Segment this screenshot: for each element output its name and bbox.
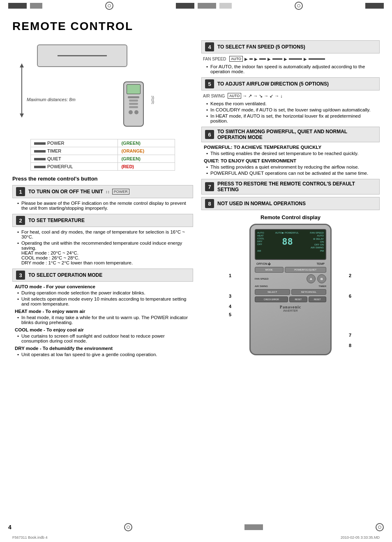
- check-error-button[interactable]: CHECK ERROR: [255, 296, 288, 302]
- section-3-header: 3 TO SELECT OPERATION MODE: [12, 269, 193, 282]
- temp-display: 88: [282, 234, 293, 249]
- air-swing-curve3: ↙: [270, 93, 273, 99]
- remote-image-area: Maximum distances: 8m )) )): [12, 40, 193, 135]
- temp-label: TEMP: [317, 262, 325, 265]
- remote-screen: AUTO AUTO■POWERFUL FAN SPEED HEAT COOL D…: [255, 229, 326, 260]
- callout-4: 4: [229, 304, 231, 309]
- off-on-label: OFF/ON ⏻: [256, 262, 271, 265]
- fan-speed-row: FAN SPEED AUTO ▶ ▶ ▶ ▶ ▶: [203, 56, 378, 62]
- fan-arrow-4: ▶: [284, 57, 287, 61]
- section-2-num: 2: [16, 216, 25, 225]
- section-1-header: 1 TO TURN ON OR OFF THE UNIT ↕↕ POWER: [12, 185, 193, 198]
- list-item: This setting provides a quiet environmen…: [206, 164, 378, 169]
- reset-button-1[interactable]: RESET: [289, 296, 307, 302]
- screen-mode-row: HEAT COOL DRY OFF 88 AUTO ⊕ DELAY ON: [257, 234, 324, 249]
- callout-7: 7: [349, 333, 351, 338]
- section-3-content: AUTO mode - For your convenience During …: [12, 284, 193, 357]
- table-row: POWER (GREEN): [31, 139, 175, 147]
- list-item: Use curtains to screen off sunlight and …: [17, 334, 191, 343]
- list-item: Unit selects operation mode every 10 min…: [17, 296, 191, 306]
- section-7-num: 7: [205, 182, 214, 191]
- remote-display-section: Remote Control display AUTO AUTO■POWERFU…: [201, 214, 380, 355]
- left-column: Maximum distances: 8m )) )): [12, 40, 193, 360]
- list-item: During operation mode selection the powe…: [17, 290, 191, 295]
- screen-top-row: AUTO AUTO■POWERFUL FAN SPEED: [257, 232, 324, 234]
- led-quiet-name: QUIET: [47, 156, 61, 161]
- reset-button-2[interactable]: RESET: [309, 296, 327, 302]
- led-power-color: (GREEN): [121, 141, 140, 146]
- table-row: QUIET (GREEN): [31, 155, 175, 163]
- page-title: REMOTE CONTROL: [12, 20, 380, 33]
- air-swing-curve4: ↓: [280, 93, 283, 98]
- remote-control-display: AUTO AUTO■POWERFUL FAN SPEED HEAT COOL D…: [237, 224, 344, 355]
- cool-mode-heading: COOL mode - To enjoy cool air: [14, 327, 191, 332]
- remote-body: AUTO AUTO■POWERFUL FAN SPEED HEAT COOL D…: [249, 224, 332, 355]
- power-waves: ↕↕: [106, 190, 110, 194]
- section-4-content: FAN SPEED AUTO ▶ ▶ ▶ ▶ ▶ For AUTO, the i…: [201, 56, 380, 74]
- fan-arrow-1: ▶: [244, 57, 248, 61]
- section-1-content: Please be aware of the OFF indication on…: [12, 201, 193, 211]
- section-8-header: 8 NOT USED IN NORMAL OPERATIONS: [201, 197, 380, 210]
- inverter-label: INVERTER: [255, 309, 326, 312]
- list-item: In HEAT mode, if AUTO is set, the horizo…: [206, 113, 378, 123]
- bottom-reg-marks: 4: [0, 521, 392, 533]
- max-distance-label: Maximum distances: 8m: [27, 97, 76, 102]
- mode-button[interactable]: MODE: [255, 267, 284, 273]
- dry-mode-heading: DRY mode - To dehumidify the environment: [14, 346, 191, 351]
- fan-speed-control-label: FAN SPEED: [255, 278, 269, 280]
- page-number: 4: [8, 524, 12, 530]
- led-table: POWER (GREEN) TIMER (ORANGE) QUIET (GREE…: [30, 139, 175, 171]
- list-item: POWERFUL AND QUIET operations can not be…: [206, 171, 378, 176]
- select-button[interactable]: SELECT: [255, 289, 290, 295]
- powerful-quiet-button[interactable]: POWERFUL/QUIET: [285, 267, 326, 273]
- air-swing-arrow: →: [242, 93, 247, 98]
- heat-mode-heading: HEAT mode - To enjoy warm air: [14, 309, 191, 314]
- air-swing-control-label: AIR SWING: [255, 285, 268, 287]
- section-4-header: 4 TO SELECT FAN SPEED (5 OPTIONS): [201, 40, 380, 53]
- section-3-title: TO SELECT OPERATION MODE: [28, 272, 102, 278]
- section-8-title: NOT USED IN NORMAL OPERATIONS: [217, 201, 306, 206]
- air-swing-curve2: ↘: [259, 93, 263, 99]
- section-5-header: 5 TO ADJUST AIRFLOW DIRECTION (5 OPTIONS…: [201, 77, 380, 90]
- footer-left: F567311 Book.indb 4: [12, 535, 48, 540]
- callout-2: 2: [349, 273, 351, 278]
- section-2-title: TO SET TEMPERATURE: [28, 218, 85, 223]
- list-item: For heat, cool and dry modes, the range …: [17, 229, 191, 239]
- section-1-num: 1: [16, 187, 25, 196]
- fan-bar-2: [259, 58, 266, 60]
- press-heading: Press the remote control's button: [12, 176, 193, 182]
- button-a[interactable]: A: [307, 274, 316, 283]
- remote-mini: [123, 81, 144, 127]
- led-quiet-color: (GREEN): [121, 156, 140, 161]
- set-cancel-button[interactable]: SET/CANCEL: [291, 289, 327, 295]
- list-item: Operating the unit within the recommende…: [17, 241, 191, 265]
- fan-bar-4: [289, 58, 302, 60]
- quiet-heading: QUIET: TO ENJOY QUIET ENVIRONMENT: [203, 158, 378, 163]
- screen-bottom-row: AM PM: [257, 250, 324, 252]
- footer-right: 2010-02-05 3:33:35.MD: [341, 535, 380, 540]
- section-6-header: 6 TO SWITCH AMONG POWERFUL, QUIET AND NO…: [201, 127, 380, 142]
- section-6-content: POWERFUL: TO ACHIEVE TEMPERATURE QUICKLY…: [201, 145, 380, 176]
- table-row: POWERFUL (RED): [31, 163, 175, 171]
- button-b[interactable]: B: [317, 274, 326, 283]
- list-item: This setting enables the desired set tem…: [206, 151, 378, 156]
- table-row: TIMER (ORANGE): [31, 147, 175, 155]
- fan-bar-3: [272, 58, 282, 60]
- section-3-num: 3: [16, 271, 25, 280]
- auto-mode-heading: AUTO mode - For your convenience: [14, 284, 191, 289]
- list-item: Please be aware of the OFF indication on…: [17, 201, 191, 211]
- led-powerful-color: (RED): [121, 164, 134, 169]
- section-1-title-area: TO TURN ON OR OFF THE UNIT ↕↕ POWER: [28, 189, 129, 195]
- list-item: In heat mode, it may take a while for th…: [17, 315, 191, 325]
- fan-bar-1: [249, 58, 253, 60]
- air-swing-arrow2: →: [253, 93, 258, 98]
- list-item: For AUTO, the indoor fan speed is automa…: [206, 64, 378, 74]
- list-item: Keeps the room ventilated.: [206, 101, 378, 106]
- section-7-header: 7 PRESS TO RESTORE THE REMOTE CONTROL'S …: [201, 179, 380, 195]
- callout-1: 1: [229, 273, 231, 278]
- control-labels-row: OFF/ON ⏻ TEMP: [255, 262, 326, 265]
- air-swing-row: AIR SWING AUTO → ↗ → ↘ → ↙ → ↓: [203, 93, 378, 99]
- callout-8: 8: [349, 343, 351, 348]
- led-power-name: POWER: [47, 141, 65, 146]
- section-2-header: 2 TO SET TEMPERATURE: [12, 214, 193, 227]
